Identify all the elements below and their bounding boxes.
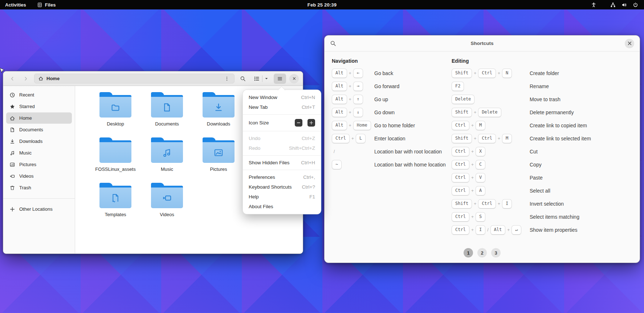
menu-separator (243, 155, 321, 156)
network-icon[interactable] (610, 2, 616, 8)
key-separator: / (334, 149, 335, 154)
page-dot-3[interactable]: 3 (491, 248, 501, 258)
shortcut-keys: Ctrl+C (452, 160, 530, 169)
folder-desktop[interactable]: Desktop (99, 92, 131, 127)
menu-item-label: Help (249, 194, 259, 199)
zoom-in-button[interactable] (307, 119, 315, 127)
keycap-: ← (353, 69, 363, 78)
sidebar-item-videos[interactable]: Videos (6, 170, 72, 182)
hamburger-menu-button[interactable] (274, 74, 286, 84)
zoom-out-button[interactable] (295, 119, 302, 127)
menu-item-undo: UndoCtrl+Z (243, 133, 321, 143)
app-menu-label: Files (45, 2, 56, 8)
path-bar[interactable]: Home (34, 74, 235, 83)
key-separator: + (349, 84, 351, 89)
folder-icon (151, 140, 183, 163)
menu-item-about-files[interactable]: About Files (243, 202, 321, 211)
window-close-button[interactable] (289, 74, 299, 83)
key-separator: + (471, 175, 474, 180)
folder-templates[interactable]: Templates (99, 182, 131, 217)
home-icon (9, 115, 15, 121)
clock[interactable]: Feb 25 20:39 (307, 2, 337, 8)
app-menu-button[interactable]: Files (37, 2, 56, 8)
folder-videos[interactable]: Videos (151, 182, 183, 217)
page-dot-2[interactable]: 2 (477, 248, 487, 258)
menu-item-shortcut: Ctrl+? (302, 184, 315, 190)
sidebar-item-starred[interactable]: Starred (6, 101, 72, 112)
sidebar-item-home[interactable]: Home (6, 112, 72, 124)
key-separator: / (487, 227, 488, 232)
key-separator: + (471, 227, 474, 232)
page-dot-1[interactable]: 1 (464, 248, 473, 258)
search-icon[interactable] (330, 40, 336, 46)
shortcut-keys: Alt+↑ (332, 95, 374, 104)
volume-icon[interactable] (621, 2, 627, 8)
shortcut-row-location-bar-with-root-location: /Location bar with root location (332, 145, 452, 158)
key-separator: + (474, 71, 476, 76)
search-icon (240, 76, 246, 82)
menu-item-icon-size[interactable]: Icon Size (243, 117, 321, 129)
power-icon[interactable] (633, 2, 638, 8)
plus-icon (309, 120, 314, 125)
folder-music[interactable]: Music (151, 137, 183, 172)
search-button[interactable] (238, 74, 248, 84)
sidebar-divider (3, 198, 75, 199)
sidebar-item-documents[interactable]: Documents (6, 124, 72, 135)
accessibility-icon[interactable] (591, 2, 596, 8)
chevron-left-icon (9, 76, 15, 82)
forward-button[interactable] (21, 74, 31, 84)
keycap-n: N (502, 69, 512, 78)
shortcut-row-delete-permanently: Shift+DeleteDelete permanently (452, 106, 632, 119)
activities-button[interactable]: Activities (5, 2, 26, 8)
emblem-music (151, 142, 183, 163)
list-view-button[interactable] (251, 74, 262, 84)
key-separator: + (471, 162, 474, 167)
shortcut-keys: Alt+↓ (332, 108, 374, 117)
location-menu-button[interactable] (223, 75, 231, 82)
hamburger-icon (277, 76, 283, 82)
folder-icon (203, 95, 235, 118)
shortcut-keys: Ctrl+A (452, 186, 530, 195)
menu-item-new-tab[interactable]: New TabCtrl+T (243, 102, 321, 112)
folder-fosslinux-assets[interactable]: FOSSLinux_assets (95, 137, 135, 172)
status-area[interactable] (591, 2, 644, 8)
shortcut-keys: / (332, 149, 374, 154)
menu-item-label: Keyboard Shortcuts (249, 184, 292, 190)
keycap-a: A (476, 186, 485, 195)
view-options-button[interactable] (262, 74, 270, 84)
menu-item-shortcut: Ctrl+N (301, 95, 315, 100)
menu-item-label: Icon Size (249, 120, 269, 125)
shortcut-keys: ~ (332, 160, 374, 169)
shortcut-row-move-to-trash: DeleteMove to trash (452, 93, 632, 106)
folder-icon (99, 186, 131, 208)
shortcuts-close-button[interactable] (625, 39, 634, 48)
menu-item-show-hidden-files[interactable]: Show Hidden FilesCtrl+H (243, 158, 321, 168)
sidebar-item-music[interactable]: Music (6, 147, 72, 158)
sidebar-item-other-locations[interactable]: Other Locations (6, 203, 72, 215)
sidebar-item-downloads[interactable]: Downloads (6, 136, 72, 147)
menu-item-keyboard-shortcuts[interactable]: Keyboard ShortcutsCtrl+? (243, 182, 321, 192)
keycap-: ~ (332, 160, 342, 169)
folder-documents[interactable]: Documents (151, 92, 183, 127)
download-icon (9, 139, 15, 144)
sidebar-item-pictures[interactable]: Pictures (6, 159, 72, 170)
shortcut-row-go-forward: Alt+→Go forward (332, 80, 452, 93)
menu-item-preferences[interactable]: PreferencesCtrl+, (243, 172, 321, 182)
shortcuts-columns: NavigationAlt+←Go backAlt+→Go forwardAlt… (325, 52, 640, 236)
back-button[interactable] (7, 74, 17, 84)
key-separator: + (349, 97, 351, 102)
files-headerbar: Home (3, 71, 303, 86)
sidebar-item-trash[interactable]: Trash (6, 182, 72, 193)
sidebar-item-recent[interactable]: Recent (6, 89, 72, 100)
shortcut-label: Create link to copied item (530, 123, 587, 128)
keycap-shift: Shift (452, 134, 472, 143)
folder-downloads[interactable]: Downloads (203, 92, 235, 127)
menu-item-new-window[interactable]: New WindowCtrl+N (243, 92, 321, 102)
shortcut-label: Paste (530, 175, 543, 181)
menu-item-help[interactable]: HelpF1 (243, 192, 321, 202)
keycap-ctrl: Ctrl (452, 147, 469, 156)
home-icon (38, 76, 44, 81)
sidebar-item-label: Videos (19, 173, 34, 179)
keycap-alt: Alt (332, 108, 347, 117)
folder-pictures[interactable]: Pictures (203, 137, 235, 172)
